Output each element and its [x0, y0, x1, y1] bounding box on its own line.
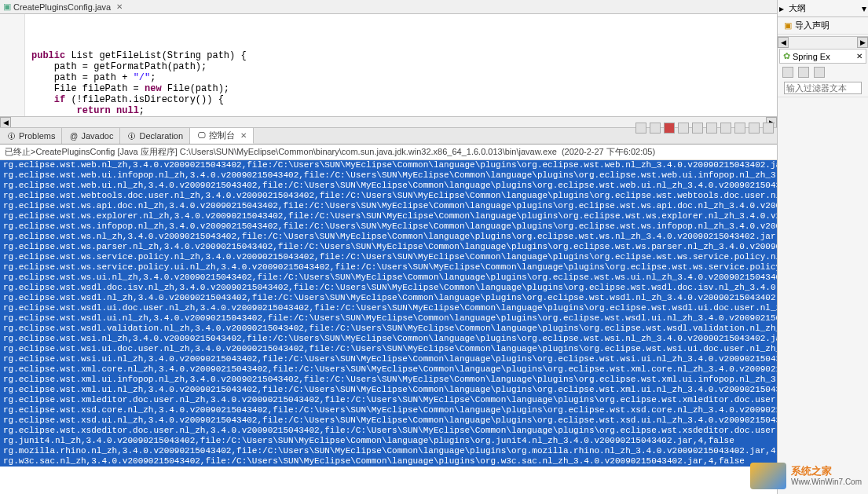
tab-label: Declaration	[139, 131, 183, 141]
console-line: rg.eclipse.wst.wsdl.validation.nl_zh,3.4…	[0, 324, 777, 334]
tab-icon: @	[68, 131, 79, 141]
menu-icon[interactable]	[814, 67, 825, 78]
pin-console-icon[interactable]	[706, 123, 717, 134]
tab-控制台[interactable]: 🖵控制台✕	[190, 128, 254, 144]
console-line: rg.eclipse.wst.wsi.ui.doc.user.nl_zh,3.4…	[0, 344, 777, 354]
chevron-right-icon[interactable]: ▸	[779, 3, 784, 14]
maximize-icon[interactable]	[763, 123, 774, 134]
outline-toolbar: ▸ 大纲 ▾	[778, 0, 868, 17]
console-line: rg.eclipse.wst.xsd.core.nl_zh,3.4.0.v200…	[0, 405, 777, 415]
console-line: rg.w3c.sac.nl_zh,3.4.0.v20090215043402,f…	[0, 456, 777, 467]
console-line: rg.eclipse.wst.wsdl.nl_zh,3.4.0.v2009021…	[0, 293, 777, 303]
spring-label: Spring Ex	[793, 52, 830, 61]
remove-launch-icon[interactable]	[635, 123, 646, 134]
code-line: public List getFileList(String path) {	[31, 50, 771, 61]
terminate-icon[interactable]	[664, 123, 675, 134]
display-selected-icon[interactable]	[720, 123, 731, 134]
console-line: rg.eclipse.wst.xsd.ui.nl_zh,3.4.0.v20090…	[0, 415, 777, 426]
editor-tab[interactable]: ▣ CreatePluginsConfig.java ✕	[3, 2, 123, 12]
console-line: rg.junit4.nl_zh,3.4.0.v20090215043402,fi…	[0, 436, 777, 446]
watermark: 系统之家 Www.WinWin7.Com	[750, 463, 862, 489]
console-line: rg.eclipse.wst.wsdl.ui.nl_zh,3.4.0.v2009…	[0, 313, 777, 324]
terminate-text: CreatePluginsConfig [Java 应用程序] C:\Users…	[35, 146, 556, 158]
code-line: File filePath = new File(path);	[31, 83, 771, 94]
watermark-title: 系统之家	[791, 466, 862, 477]
scroll-left-icon[interactable]: ◀	[0, 117, 11, 128]
editor-tab-bar: ▣ CreatePluginsConfig.java ✕	[0, 0, 777, 14]
console-line: rg.eclipse.wst.ws.ui.nl_zh,3.4.0.v200902…	[0, 273, 777, 283]
filter-input[interactable]	[784, 82, 862, 94]
dropdown-icon[interactable]: ▾	[862, 3, 866, 14]
editor-tab-title: CreatePluginsConfig.java	[13, 2, 111, 12]
tab-javadoc[interactable]: @Javadoc	[62, 128, 120, 144]
spring-icon: ✿	[783, 51, 790, 61]
console-line: rg.eclipse.wst.ws.parser.nl_zh,3.4.0.v20…	[0, 242, 777, 252]
tab-label: Javadoc	[81, 131, 113, 141]
tab-problems[interactable]: 🛈Problems	[0, 128, 62, 144]
tab-icon: 🛈	[6, 131, 16, 141]
console-line: rg.mozilla.rhino.nl_zh,3.4.0.v2009021504…	[0, 446, 777, 456]
remove-all-icon[interactable]	[650, 123, 661, 134]
minimize-icon[interactable]	[749, 123, 760, 134]
code-line: return null;	[31, 105, 771, 116]
console-line: rg.eclipse.wst.ws.service.policy.ui.nl_z…	[0, 262, 777, 273]
console-toolbar	[635, 123, 774, 134]
open-console-icon[interactable]	[734, 123, 745, 134]
console-line: rg.eclipse.wst.ws.infopop.nl_zh,3.4.0.v2…	[0, 221, 777, 232]
outline-scrollbar[interactable]: ◀ ▶	[778, 36, 868, 47]
code-line: if (!filePath.isDirectory()) {	[31, 94, 771, 105]
tab-label: 控制台	[209, 130, 235, 141]
code-line: path = getFormatPath(path);	[31, 61, 771, 72]
console-line: rg.eclipse.wst.web.ui.nl_zh,3.4.0.v20090…	[0, 181, 777, 191]
console-line: rg.eclipse.wst.wsdl.doc.isv.nl_zh,3.4.0.…	[0, 283, 777, 293]
console-line: rg.eclipse.wst.xmleditor.doc.user.nl_zh,…	[0, 395, 777, 405]
console-line: rg.eclipse.wst.ws.service.policy.nl_zh,3…	[0, 252, 777, 262]
code-line: path = path + "/";	[31, 72, 771, 83]
scroll-right-icon[interactable]: ▶	[857, 37, 868, 48]
outline-label: 大纲	[789, 2, 857, 14]
console-line: rg.eclipse.wst.ws.api.doc.nl_zh,3.4.0.v2…	[0, 201, 777, 211]
package-icon: ▣	[784, 20, 792, 31]
link-icon[interactable]	[798, 67, 809, 78]
console-line: rg.eclipse.wst.xml.ui.infopop.nl_zh,3.4.…	[0, 375, 777, 385]
console-line: rg.eclipse.wst.xml.ui.nl_zh,3.4.0.v20090…	[0, 385, 777, 395]
spring-toolbar	[778, 65, 868, 79]
terminate-timestamp: (2020-2-27 下午6:02:05)	[562, 146, 655, 158]
close-icon[interactable]: ✕	[856, 52, 863, 60]
console-output[interactable]: rg.eclipse.wst.web.nl_zh,3.4.0.v20090215…	[0, 160, 777, 494]
scroll-track[interactable]	[789, 37, 857, 48]
scroll-left-icon[interactable]: ◀	[778, 37, 789, 48]
right-side-pane: ▸ 大纲 ▾ ▣ 导入声明 ◀ ▶ ✿ Spring Ex ✕	[778, 0, 868, 494]
import-decl-item[interactable]: ▣ 导入声明	[778, 17, 868, 35]
filter-input-row	[778, 79, 868, 97]
console-launch-info: 已终止> CreatePluginsConfig [Java 应用程序] C:\…	[0, 145, 777, 160]
watermark-logo-icon	[750, 463, 786, 489]
close-icon[interactable]: ✕	[116, 2, 123, 11]
console-line: rg.eclipse.wst.wsi.ui.nl_zh,3.4.0.v20090…	[0, 354, 777, 364]
console-line: rg.eclipse.wst.ws.explorer.nl_zh,3.4.0.v…	[0, 211, 777, 221]
console-line: rg.eclipse.wst.webtools.doc.user.nl_zh,3…	[0, 191, 777, 201]
console-line: rg.eclipse.wst.wsdl.ui.doc.user.nl_zh,3.…	[0, 303, 777, 313]
collapse-icon[interactable]	[782, 67, 793, 78]
terminate-prefix: 已终止>	[5, 146, 35, 158]
tab-declaration[interactable]: 🛈Declaration	[120, 128, 190, 144]
watermark-url: Www.WinWin7.Com	[791, 478, 862, 486]
close-icon[interactable]: ✕	[240, 131, 247, 140]
console-line: rg.eclipse.wst.ws.nl_zh,3.4.0.v200902150…	[0, 232, 777, 242]
editor-gutter	[0, 14, 25, 116]
console-line: rg.eclipse.wst.xml.core.nl_zh,3.4.0.v200…	[0, 364, 777, 375]
tab-icon: 🛈	[126, 131, 137, 141]
console-line: rg.eclipse.wst.web.ui.infopop.nl_zh,3.4.…	[0, 170, 777, 181]
tab-icon: 🖵	[196, 130, 207, 141]
spring-explorer-tab[interactable]: ✿ Spring Ex ✕	[779, 49, 866, 64]
console-line: rg.eclipse.wst.web.nl_zh,3.4.0.v20090215…	[0, 160, 777, 170]
java-file-icon: ▣	[3, 2, 11, 12]
code-editor[interactable]: public List getFileList(String path) { p…	[0, 14, 777, 116]
tab-label: Problems	[19, 131, 55, 141]
scroll-lock-icon[interactable]	[692, 123, 703, 134]
console-line: rg.eclipse.wst.xsdeditor.doc.user.nl_zh,…	[0, 426, 777, 436]
import-label: 导入声明	[795, 20, 830, 31]
console-line: rg.eclipse.wst.wsi.nl_zh,3.4.0.v20090215…	[0, 334, 777, 344]
clear-console-icon[interactable]	[678, 123, 689, 134]
